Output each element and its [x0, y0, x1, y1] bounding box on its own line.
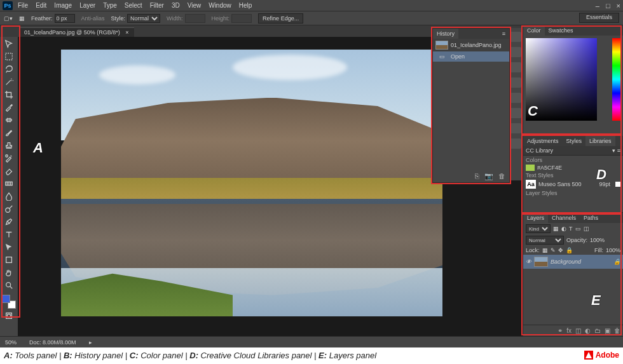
wand-tool[interactable]	[2, 76, 16, 88]
tab-close-icon[interactable]: ×	[125, 29, 128, 36]
panel-icon-5[interactable]	[510, 93, 521, 103]
filter-type-icon[interactable]: T	[569, 226, 573, 232]
marquee-tool[interactable]	[2, 51, 16, 62]
tab-channels[interactable]: Channels	[548, 213, 580, 223]
zoom-tool[interactable]	[2, 280, 16, 291]
tab-layers[interactable]: Layers	[523, 213, 548, 223]
menu-select[interactable]: Select	[125, 2, 142, 9]
panel-icon-7[interactable]	[510, 123, 521, 133]
menu-edit[interactable]: Edit	[36, 2, 46, 9]
brush-tool[interactable]	[2, 127, 16, 138]
pen-tool[interactable]	[2, 216, 16, 227]
menu-filter[interactable]: Filter	[150, 2, 164, 9]
lib-text-item[interactable]: AaMuseo Sans 50099pt	[526, 179, 620, 190]
path-tool[interactable]	[2, 241, 16, 253]
dodge-tool[interactable]	[2, 203, 16, 215]
eraser-tool[interactable]	[2, 165, 16, 177]
hue-slider[interactable]	[612, 38, 621, 121]
panel-icon-1[interactable]	[510, 32, 521, 42]
panel-icon-6[interactable]	[510, 108, 521, 118]
delete-state-icon[interactable]: 🗑	[498, 172, 505, 180]
zoom-level[interactable]: 50%	[5, 339, 17, 346]
hand-tool[interactable]	[2, 267, 16, 278]
tab-libraries[interactable]: Libraries	[585, 136, 615, 146]
panel-icon-2[interactable]	[510, 47, 521, 57]
foreground-color-swatch[interactable]	[2, 295, 10, 303]
minimize-button[interactable]: –	[596, 2, 599, 10]
panel-icon-4[interactable]	[510, 78, 521, 88]
shape-tool[interactable]	[2, 254, 16, 266]
lib-color-item[interactable]: #A5CF4E	[526, 163, 620, 172]
tab-adjustments[interactable]: Adjustments	[523, 136, 563, 146]
menu-layer[interactable]: Layer	[79, 2, 95, 9]
document-tab[interactable]: 01_IcelandPano.jpg @ 50% (RGB/8*) ×	[19, 27, 134, 37]
menu-window[interactable]: Window	[209, 2, 231, 9]
tab-swatches[interactable]: Swatches	[545, 25, 577, 36]
doc-info-chevron-icon[interactable]: ▸	[89, 339, 92, 346]
opacity-value[interactable]: 100%	[590, 237, 605, 243]
color-swatches[interactable]	[2, 295, 16, 309]
mask-icon[interactable]: ◫	[575, 327, 581, 334]
antialias-check[interactable]: Anti-alias	[81, 15, 105, 22]
snapshot-icon[interactable]: 📷	[484, 172, 493, 180]
lock-all-icon[interactable]: 🔒	[566, 247, 573, 253]
menu-help[interactable]: Help	[239, 2, 252, 9]
create-doc-icon[interactable]: ⎘	[475, 172, 479, 180]
maximize-button[interactable]: □	[606, 2, 610, 10]
link-icon[interactable]: ⚭	[558, 327, 563, 334]
history-state-open[interactable]: ▭ Open	[433, 51, 509, 62]
type-tool[interactable]	[2, 229, 16, 240]
trash-icon[interactable]: 🗑	[614, 327, 620, 334]
filter-adj-icon[interactable]: ◐	[561, 226, 566, 232]
quickmask-icon[interactable]	[2, 310, 16, 321]
fx-icon[interactable]: fx	[566, 327, 572, 334]
menu-view[interactable]: View	[188, 2, 202, 9]
history-brush-tool[interactable]	[2, 152, 16, 164]
tab-paths[interactable]: Paths	[580, 213, 602, 223]
width-input[interactable]	[185, 14, 205, 23]
doc-info[interactable]: Doc: 8.00M/8.00M	[29, 339, 76, 346]
style-select[interactable]: Normal	[127, 14, 160, 23]
lock-paint-icon[interactable]: ✎	[551, 247, 556, 253]
history-snapshot[interactable]: 01_IcelandPano.jpg	[433, 39, 509, 51]
filter-smart-icon[interactable]: ◫	[584, 226, 589, 232]
new-layer-icon[interactable]: ▣	[605, 327, 610, 334]
marquee-mode-icon[interactable]: ▦	[19, 15, 25, 22]
blur-tool[interactable]	[2, 191, 16, 202]
filter-shape-icon[interactable]: ▭	[575, 226, 581, 232]
stamp-tool[interactable]	[2, 140, 16, 151]
panel-icon-8[interactable]	[510, 138, 521, 149]
menu-image[interactable]: Image	[54, 2, 72, 9]
gradient-tool[interactable]	[2, 178, 16, 189]
crop-tool[interactable]	[2, 89, 16, 100]
feather-input[interactable]	[55, 14, 75, 23]
color-field[interactable]	[526, 38, 597, 121]
workspace-switcher[interactable]: Essentials	[579, 13, 619, 23]
library-selector[interactable]: CC Library ▾ ≡	[523, 146, 623, 155]
eye-icon[interactable]: 👁	[526, 259, 531, 265]
height-input[interactable]	[231, 14, 252, 23]
lock-trans-icon[interactable]: ▦	[542, 247, 548, 253]
blend-mode-select[interactable]: Normal	[526, 236, 564, 245]
tab-styles[interactable]: Styles	[563, 136, 586, 146]
tool-preset-icon[interactable]: ▢▾	[4, 15, 13, 22]
tab-history[interactable]: History	[433, 29, 458, 39]
fill-value[interactable]: 100%	[606, 247, 620, 253]
heal-tool[interactable]	[2, 114, 16, 126]
layer-filter-kind[interactable]: Kind	[526, 224, 551, 233]
panel-icon-3[interactable]	[510, 62, 521, 72]
lasso-tool[interactable]	[2, 64, 16, 75]
group-icon[interactable]: 🗀	[594, 327, 601, 334]
layer-row-background[interactable]: 👁 Background 🔒	[523, 255, 623, 269]
tab-color[interactable]: Color	[523, 25, 545, 36]
lock-pos-icon[interactable]: ✥	[558, 247, 563, 253]
menu-3d[interactable]: 3D	[172, 2, 180, 9]
menu-type[interactable]: Type	[103, 2, 117, 9]
menu-file[interactable]: File	[18, 2, 28, 9]
eyedropper-tool[interactable]	[2, 102, 16, 113]
move-tool[interactable]	[2, 38, 16, 50]
panel-menu-icon[interactable]: ≡	[498, 29, 509, 39]
adj-layer-icon[interactable]: ◐	[585, 327, 591, 334]
filter-pixel-icon[interactable]: ▦	[553, 226, 559, 232]
refine-edge-button[interactable]: Refine Edge...	[258, 13, 303, 24]
